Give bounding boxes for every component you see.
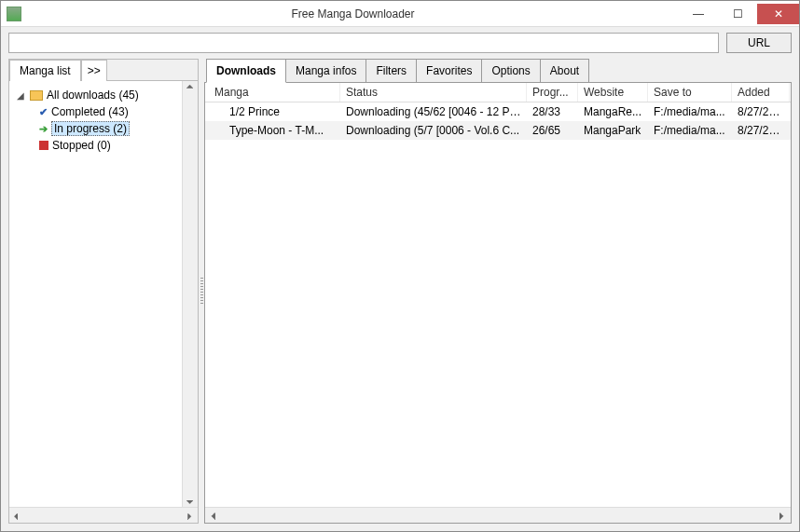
stop-icon <box>39 141 48 150</box>
arrow-icon: ➔ <box>39 123 48 135</box>
cell-save-to: F:/media/ma... <box>648 123 732 138</box>
tree-item-label: Completed (43) <box>51 105 129 118</box>
cell-added: 8/27/2013 <box>732 123 790 138</box>
url-input[interactable] <box>8 33 719 53</box>
tree-view: ◢ All downloads (45) ✔ Completed (43) ➔ … <box>9 81 198 507</box>
url-button[interactable]: URL <box>726 33 792 53</box>
table-row[interactable]: 1/2 Prince Downloading (45/62 [0046 - 12… <box>205 102 791 121</box>
sidebar: Manga list >> ◢ All downloads (45) ✔ Com… <box>8 59 199 524</box>
folder-icon <box>30 90 43 101</box>
sidebar-tab-manga-list[interactable]: Manga list <box>9 60 81 81</box>
expand-icon[interactable]: ◢ <box>17 90 26 101</box>
app-icon <box>7 7 21 21</box>
col-manga[interactable]: Manga <box>205 83 340 102</box>
tree-root-label: All downloads (45) <box>47 89 139 102</box>
app-window: Free Manga Downloader — ☐ ✕ URL Manga li… <box>0 0 800 532</box>
window-title: Free Manga Downloader <box>27 7 679 20</box>
col-progress[interactable]: Progr... <box>527 83 578 102</box>
col-added[interactable]: Added <box>732 83 790 102</box>
cell-progress: 28/33 <box>527 104 578 119</box>
downloads-table: Manga Status Progr... Website Save to Ad… <box>204 82 792 524</box>
check-icon: ✔ <box>39 106 48 118</box>
splitter-grip-icon <box>200 278 203 306</box>
close-button[interactable]: ✕ <box>757 4 799 24</box>
tab-downloads[interactable]: Downloads <box>206 59 286 83</box>
tree-item-in-progress[interactable]: ➔ In progress (2) <box>13 120 194 137</box>
tree-item-label: In progress (2) <box>51 121 130 136</box>
window-controls: — ☐ ✕ <box>679 4 799 24</box>
sidebar-scrollbar-h[interactable]: ⏴⏵ <box>9 507 198 523</box>
sidebar-tab-more[interactable]: >> <box>81 60 107 81</box>
sidebar-tabs: Manga list >> <box>9 60 198 81</box>
cell-progress: 26/65 <box>527 123 578 138</box>
cell-save-to: F:/media/ma... <box>648 104 732 119</box>
url-toolbar: URL <box>1 27 799 59</box>
main-tabs: Downloads Manga infos Filters Favorites … <box>204 59 792 83</box>
cell-status: Downloading (5/7 [0006 - Vol.6 C... <box>340 123 527 138</box>
cell-manga: Type-Moon - T-M... <box>205 123 340 138</box>
minimize-button[interactable]: — <box>679 4 718 24</box>
titlebar[interactable]: Free Manga Downloader — ☐ ✕ <box>1 1 799 27</box>
col-status[interactable]: Status <box>340 83 527 102</box>
body: Manga list >> ◢ All downloads (45) ✔ Com… <box>1 59 799 531</box>
tab-about[interactable]: About <box>540 59 589 83</box>
col-save-to[interactable]: Save to <box>648 83 732 102</box>
table-header: Manga Status Progr... Website Save to Ad… <box>205 83 791 102</box>
main-scrollbar-h[interactable]: ⏴⏵ <box>205 507 791 523</box>
cell-added: 8/27/2013 <box>732 104 790 119</box>
sidebar-scrollbar-v[interactable]: ⏶⏷ <box>182 81 198 507</box>
tree-item-stopped[interactable]: Stopped (0) <box>13 137 194 154</box>
maximize-button[interactable]: ☐ <box>718 4 757 24</box>
tree-root[interactable]: ◢ All downloads (45) <box>13 87 194 103</box>
tab-manga-infos[interactable]: Manga infos <box>285 59 366 83</box>
col-website[interactable]: Website <box>578 83 648 102</box>
tab-options[interactable]: Options <box>481 59 540 83</box>
tab-filters[interactable]: Filters <box>366 59 417 83</box>
cell-website: MangaPark <box>578 123 648 138</box>
cell-status: Downloading (45/62 [0046 - 12 Pri... <box>340 104 527 119</box>
table-row[interactable]: Type-Moon - T-M... Downloading (5/7 [000… <box>205 121 791 140</box>
cell-manga: 1/2 Prince <box>205 104 340 119</box>
table-body: 1/2 Prince Downloading (45/62 [0046 - 12… <box>205 102 791 507</box>
cell-website: MangaRe... <box>578 104 648 119</box>
tab-favorites[interactable]: Favorites <box>416 59 482 83</box>
tree-item-label: Stopped (0) <box>52 139 111 152</box>
main-panel: Downloads Manga infos Filters Favorites … <box>204 59 792 524</box>
tree-item-completed[interactable]: ✔ Completed (43) <box>13 103 194 120</box>
